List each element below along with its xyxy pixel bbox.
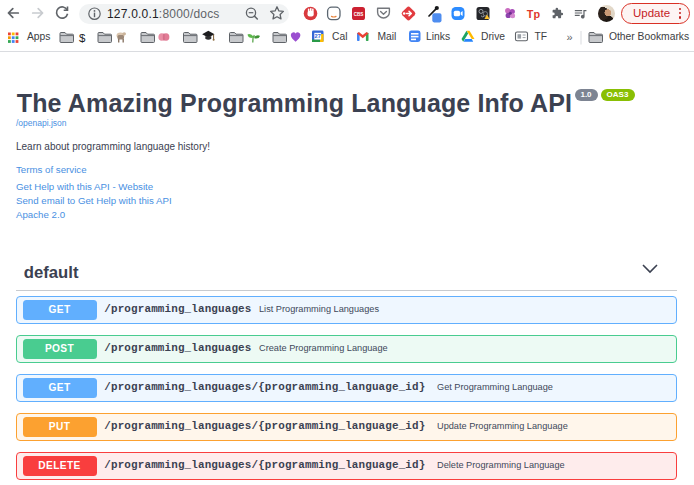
svg-text:27: 27	[315, 33, 321, 39]
svg-text:Tp: Tp	[527, 8, 541, 20]
svg-text:$: $	[79, 32, 86, 44]
svg-text:CBS: CBS	[354, 12, 364, 17]
svg-text:»: »	[567, 31, 573, 43]
